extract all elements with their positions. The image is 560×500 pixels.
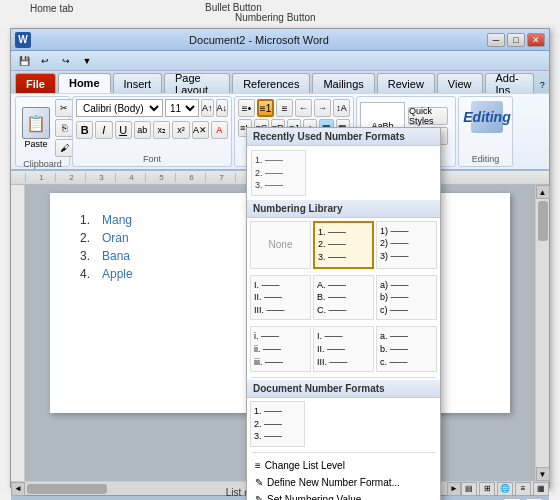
tab-page-layout[interactable]: Page Layout — [164, 73, 230, 93]
decrease-indent-button[interactable]: ← — [295, 99, 312, 117]
numbering-abc-lower[interactable]: a) ——b) ——c) —— — [376, 275, 437, 321]
clipboard-extras: ✂ ⎘ 🖌 — [55, 99, 73, 157]
quick-styles-button[interactable]: Quick Styles — [408, 107, 448, 125]
tab-references[interactable]: References — [232, 73, 310, 93]
grow-font-button[interactable]: A↑ — [201, 99, 214, 117]
scroll-up-button[interactable]: ▲ — [536, 185, 550, 199]
app-icon: W — [15, 32, 31, 48]
change-list-level-action[interactable]: ≡ Change List Level — [247, 457, 440, 474]
home-tab-annotation: Home tab — [30, 3, 73, 14]
text-color-button[interactable]: A — [211, 121, 228, 139]
paste-label: Paste — [24, 139, 47, 149]
font-size-select[interactable]: 11 — [165, 99, 199, 117]
italic-button[interactable]: I — [95, 121, 112, 139]
scroll-thumb[interactable] — [538, 201, 548, 241]
maximize-button[interactable]: □ — [507, 33, 525, 47]
view-mode-buttons: ▤ ⊞ 🌐 ≡ ▦ — [461, 482, 549, 496]
ruler-mark: 6 — [175, 173, 205, 182]
list-number: 2. — [80, 231, 96, 245]
editing-text: Editing — [463, 109, 510, 125]
outline-view-button[interactable]: ≡ — [515, 482, 531, 496]
quick-access-toolbar: 💾 ↩ ↪ ▼ — [11, 51, 549, 71]
minimize-button[interactable]: ─ — [487, 33, 505, 47]
editing-group: Editing Editing — [458, 96, 513, 167]
doc-formats-content: 1. ——2. ——3. —— — [247, 398, 440, 450]
clipboard-group: 📋 Paste ✂ ⎘ 🖌 Clipboard — [15, 96, 70, 167]
font-label: Font — [76, 152, 228, 164]
font-controls: Calibri (Body) 11 A↑ A↓ B I U ab x₂ — [76, 99, 228, 152]
save-button[interactable]: 💾 — [15, 53, 33, 69]
define-new-format-action[interactable]: ✎ Define New Number Format... — [247, 474, 440, 491]
library-row-2: I. ——II. ——III. —— A. ——B. ——C. —— a) ——… — [247, 272, 440, 324]
clipboard-label: Clipboard — [19, 157, 66, 169]
full-screen-button[interactable]: ⊞ — [479, 482, 495, 496]
tab-view[interactable]: View — [437, 73, 483, 93]
numbering-roman-lower2[interactable]: I. ——II. ——III. —— — [313, 326, 374, 372]
scroll-left-button[interactable]: ◄ — [11, 482, 25, 496]
bullets-button[interactable]: ≡• — [238, 99, 255, 117]
document-formats-header: Document Number Formats — [247, 380, 440, 398]
tab-home[interactable]: Home — [58, 73, 111, 93]
redo-button[interactable]: ↪ — [57, 53, 75, 69]
shrink-font-button[interactable]: A↓ — [216, 99, 229, 117]
bold-button[interactable]: B — [76, 121, 93, 139]
scroll-right-button[interactable]: ► — [447, 482, 461, 496]
web-layout-button[interactable]: 🌐 — [497, 482, 513, 496]
help-button[interactable]: ? — [536, 77, 549, 93]
numbering-text: I. ——II. ——III. —— — [317, 330, 370, 368]
library-row-1: None 1. ——2. ——3. —— 1) ——2) ——3) —— — [247, 218, 440, 272]
subscript-button[interactable]: x₂ — [153, 121, 170, 139]
numbering-dropdown: Recently Used Number Formats 1. ——2. ——3… — [246, 127, 441, 500]
copy-button[interactable]: ⎘ — [55, 119, 73, 137]
superscript-button[interactable]: x² — [172, 121, 189, 139]
numbering-roman-lower[interactable]: i. ——ii. ——iii. —— — [250, 326, 311, 372]
tab-addins[interactable]: Add-Ins — [485, 73, 534, 93]
set-numbering-value-action[interactable]: ✎ Set Numbering Value... — [247, 491, 440, 500]
draft-view-button[interactable]: ▦ — [533, 482, 549, 496]
editing-icon: Editing — [471, 101, 503, 133]
font-name-select[interactable]: Calibri (Body) — [76, 99, 163, 117]
scroll-track[interactable] — [536, 199, 549, 467]
numbering-123paren[interactable]: 1) ——2) ——3) —— — [376, 221, 437, 269]
strikethrough-button[interactable]: ab — [134, 121, 151, 139]
scroll-down-button[interactable]: ▼ — [536, 467, 550, 481]
tab-mailings[interactable]: Mailings — [312, 73, 374, 93]
library-header: Numbering Library — [247, 200, 440, 218]
numbering-button[interactable]: ≡1 — [257, 99, 274, 117]
customize-qa-button[interactable]: ▼ — [78, 53, 96, 69]
close-button[interactable]: ✕ — [527, 33, 545, 47]
numbering-text: 1) ——2) ——3) —— — [380, 225, 433, 263]
numbering-text: A. ——B. ——C. —— — [317, 279, 370, 317]
underline-button[interactable]: U — [115, 121, 132, 139]
list-text: Apple — [102, 267, 133, 281]
cut-button[interactable]: ✂ — [55, 99, 73, 117]
vertical-ruler — [11, 185, 25, 481]
print-layout-button[interactable]: ▤ — [461, 482, 477, 496]
library-row-3: i. ——ii. ——iii. —— I. ——II. ——III. —— a.… — [247, 323, 440, 375]
tab-insert[interactable]: Insert — [113, 73, 163, 93]
list-number: 4. — [80, 267, 96, 281]
numbering-123dot[interactable]: 1. ——2. ——3. —— — [313, 221, 374, 269]
numbering-text: i. ——ii. ——iii. —— — [254, 330, 307, 368]
recently-used-item[interactable]: 1. ——2. ——3. —— — [251, 150, 306, 196]
ruler-mark: 7 — [205, 173, 235, 182]
numbering-abc-lower2[interactable]: a. ——b. ——c. —— — [376, 326, 437, 372]
format-painter-button[interactable]: 🖌 — [55, 139, 73, 157]
clear-format-button[interactable]: A✕ — [192, 121, 209, 139]
multilevel-list-button[interactable]: ≡ — [276, 99, 293, 117]
tab-file[interactable]: File — [15, 73, 56, 93]
para-row-1: ≡• ≡1 ≡ ← → ↕A — [238, 99, 350, 117]
numbering-roman-upper[interactable]: I. ——II. ——III. —— — [250, 275, 311, 321]
tab-review[interactable]: Review — [377, 73, 435, 93]
none-item[interactable]: None — [250, 221, 311, 269]
doc-format-item[interactable]: 1. ——2. ——3. —— — [250, 401, 305, 447]
list-number: 1. — [80, 213, 96, 227]
list-number: 3. — [80, 249, 96, 263]
undo-button[interactable]: ↩ — [36, 53, 54, 69]
editing-content: Editing — [462, 99, 512, 152]
paste-button[interactable]: 📋 Paste — [19, 104, 53, 152]
sort-button[interactable]: ↕A — [333, 99, 350, 117]
increase-indent-button[interactable]: → — [314, 99, 331, 117]
h-scroll-thumb[interactable] — [27, 484, 107, 494]
numbering-abc-upper[interactable]: A. ——B. ——C. —— — [313, 275, 374, 321]
